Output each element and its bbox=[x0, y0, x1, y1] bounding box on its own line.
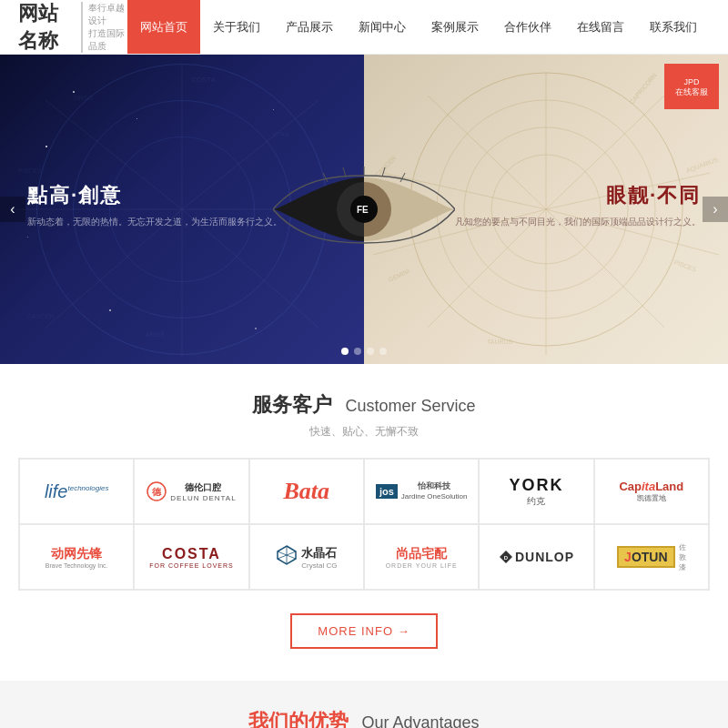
svg-line-41 bbox=[400, 173, 405, 182]
svg-line-40 bbox=[382, 167, 385, 177]
svg-text:CAPRICORN: CAPRICORN bbox=[628, 72, 657, 106]
nav-contact[interactable]: 在线留言 bbox=[564, 0, 637, 54]
jpd-sub: 在线客服 bbox=[675, 88, 708, 96]
tagline-line1: 奉行卓越设计 bbox=[88, 2, 127, 27]
adv-title: 我们的优势 Our Advantages bbox=[18, 708, 710, 728]
svg-text:德: 德 bbox=[151, 487, 162, 497]
nav-news[interactable]: 新闻中心 bbox=[346, 0, 419, 54]
site-name: 网站名称 bbox=[18, 0, 76, 55]
cs-cn-title: 服务客户 bbox=[252, 393, 332, 416]
logo-york[interactable]: YORK 约克 bbox=[479, 459, 593, 524]
hero-dot-1[interactable] bbox=[341, 348, 349, 355]
hero-dot-2[interactable] bbox=[354, 348, 361, 355]
logo-shangpin[interactable]: 尚品宅配 ORDER YOUR LIFE bbox=[364, 524, 479, 590]
more-info-wrap: MORE INFO → bbox=[18, 613, 710, 649]
logo-tagline: 奉行卓越设计 打造国际品质 bbox=[81, 2, 127, 53]
hero-eye: FE bbox=[273, 159, 455, 259]
nav-products[interactable]: 产品展示 bbox=[273, 0, 346, 54]
logo-bata[interactable]: Bata bbox=[249, 459, 364, 524]
svg-text:FE: FE bbox=[357, 205, 369, 215]
customer-service-section: 服务客户 Customer Service 快速、贴心、无懈不致 lifetec… bbox=[0, 364, 728, 681]
svg-line-37 bbox=[323, 173, 328, 182]
nav-partners[interactable]: 合作伙伴 bbox=[491, 0, 564, 54]
svg-text:COSTA: COSTA bbox=[191, 76, 217, 84]
svg-line-38 bbox=[343, 167, 346, 177]
logo-capitaland[interactable]: CapitaLand 凯德置地 bbox=[594, 459, 709, 524]
hero-prev-arrow[interactable]: ‹ bbox=[0, 197, 25, 222]
logo-jotun[interactable]: JOTUN 佐敦漆 bbox=[594, 524, 709, 590]
jpd-label: JPD bbox=[683, 78, 699, 86]
logo-crystal[interactable]: 水晶石 Crystal CG bbox=[249, 524, 364, 590]
hero-left-title: 點高·創意 新动态着，无限的热情。无忘开发之道，为生活而服务行之义。 bbox=[27, 182, 282, 229]
adv-en-title: Our Advantages bbox=[362, 713, 480, 728]
hero-dot-3[interactable] bbox=[367, 348, 374, 355]
logo-dongwang[interactable]: 动网先锋 Brave Technology Inc. bbox=[19, 524, 134, 590]
cs-title: 服务客户 Customer Service bbox=[18, 391, 710, 419]
svg-text:PISCES: PISCES bbox=[673, 258, 698, 272]
nav-cases[interactable]: 案例展示 bbox=[419, 0, 491, 54]
logo-dunlop[interactable]: D DUNLOP bbox=[479, 524, 593, 590]
svg-text:VIRGO: VIRGO bbox=[73, 95, 94, 101]
hero-dot-4[interactable] bbox=[379, 348, 387, 355]
nav-reach[interactable]: 联系我们 bbox=[637, 0, 710, 54]
cs-en-title: Customer Service bbox=[346, 397, 476, 415]
hero-next-arrow[interactable]: › bbox=[703, 197, 728, 222]
hero-dots bbox=[341, 348, 387, 355]
nav-about[interactable]: 关于我们 bbox=[200, 0, 273, 54]
logo-costa[interactable]: COSTA FOR COFFEE LOVERS bbox=[134, 524, 248, 590]
nav-home[interactable]: 网站首页 bbox=[127, 0, 200, 54]
svg-text:AQUARIUS: AQUARIUS bbox=[685, 157, 719, 175]
more-info-button[interactable]: MORE INFO → bbox=[290, 613, 437, 649]
logo-jos[interactable]: jos 怡和科技 Jardine OneSolution bbox=[364, 459, 479, 524]
svg-text:D: D bbox=[504, 555, 509, 561]
svg-text:PISCES: PISCES bbox=[18, 167, 42, 174]
svg-text:LYRA: LYRA bbox=[273, 131, 289, 137]
cs-subtitle: 快速、贴心、无懈不致 bbox=[18, 424, 710, 440]
advantages-section: 我们的优势 Our Advantages 这里写副标题 这里写副标题 这里写副标… bbox=[0, 681, 728, 728]
jpd-badge[interactable]: JPD 在线客服 bbox=[664, 64, 719, 109]
logo-delun[interactable]: 德 德伦口腔 DELUN DENTAL bbox=[134, 459, 248, 524]
logo-life[interactable]: lifetechnologies bbox=[19, 459, 134, 524]
tagline-line2: 打造国际品质 bbox=[88, 27, 127, 53]
svg-text:CANCER: CANCER bbox=[27, 313, 55, 319]
main-nav: 网站首页 关于我们 产品展示 新闻中心 案例展示 合作伙伴 在线留言 联系我们 bbox=[127, 0, 710, 54]
svg-text:TAURUS: TAURUS bbox=[487, 339, 513, 345]
svg-text:GEMINI: GEMINI bbox=[387, 268, 410, 283]
adv-cn-title: 我们的优势 bbox=[248, 710, 349, 728]
client-logo-grid: lifetechnologies 德 德伦口腔 DELUN DENTAL Bat… bbox=[18, 458, 710, 591]
hero-right-title: 眼靓·不同 凡知您的要点与不同目光，我们的国际顶端品品设计行之义。 bbox=[455, 182, 701, 229]
site-header: 网站名称 奉行卓越设计 打造国际品质 网站首页 关于我们 产品展示 新闻中心 案… bbox=[0, 0, 728, 55]
svg-text:ARIES: ARIES bbox=[146, 331, 165, 338]
logo-area: 网站名称 奉行卓越设计 打造国际品质 bbox=[18, 0, 127, 55]
hero-banner: COSTA LYRA CAPEL ARIES CANCER PISCES VIR… bbox=[0, 55, 728, 364]
